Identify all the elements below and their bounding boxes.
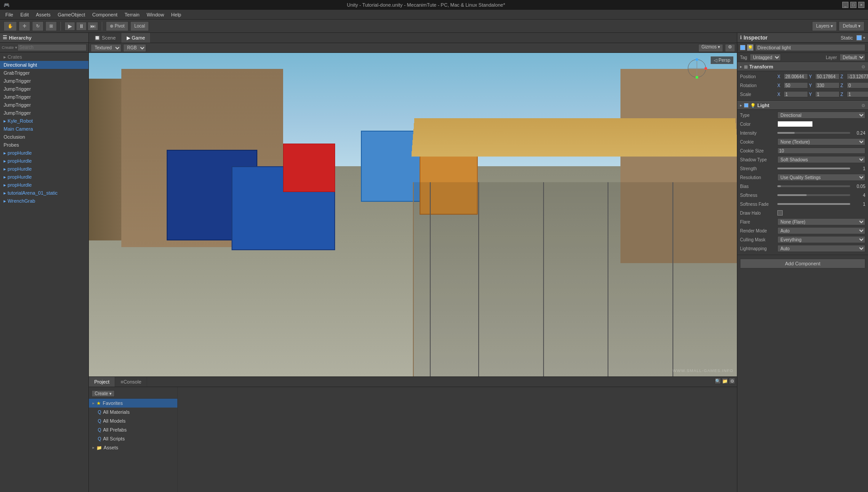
hier-prop-hurdle-4[interactable]: ▸ propHurdle	[0, 173, 88, 181]
proj-all-scripts[interactable]: Q All Scripts	[89, 434, 177, 443]
obj-enabled-checkbox[interactable]	[740, 45, 745, 50]
scale-z-input[interactable]	[847, 91, 868, 97]
transform-component-header[interactable]: ▸ ⊞ Transform ⚙	[737, 62, 868, 71]
minimize-btn[interactable]: _	[842, 2, 848, 8]
hier-jump-trigger-4[interactable]: JumpTrigger	[0, 101, 88, 109]
local-btn[interactable]: Local	[130, 21, 149, 31]
static-dropdown[interactable]: ▾	[863, 36, 865, 40]
persp-btn[interactable]: ◁ Persp	[711, 56, 733, 64]
light-cookie-select[interactable]: None (Texture)	[777, 138, 865, 145]
project-search-btn[interactable]: 🔍	[715, 378, 721, 384]
gizmos-btn[interactable]: Gizmos ▾	[698, 44, 723, 52]
tab-game[interactable]: ▶ Game	[121, 33, 151, 43]
hier-jump-trigger-5[interactable]: JumpTrigger	[0, 109, 88, 117]
menu-assets[interactable]: Assets	[32, 11, 54, 18]
menu-gameobject[interactable]: GameObject	[54, 11, 89, 18]
light-settings-icon[interactable]: ⚙	[861, 103, 865, 108]
hier-jump-trigger-2[interactable]: JumpTrigger	[0, 85, 88, 93]
proj-all-models[interactable]: Q All Models	[89, 416, 177, 425]
resolution-select[interactable]: Use Quality Settings	[777, 174, 865, 181]
scale-x-input[interactable]	[784, 91, 808, 97]
light-enabled-checkbox[interactable]	[744, 103, 748, 108]
pivot-btn[interactable]: ⊕ Pivot	[106, 21, 128, 31]
menu-help[interactable]: Help	[168, 11, 185, 18]
menu-component[interactable]: Component	[88, 11, 121, 18]
hier-kyle-robot[interactable]: ▸ Kyle_Robot	[0, 117, 88, 125]
hierarchy-create[interactable]: Create ▾	[2, 45, 17, 50]
proj-assets[interactable]: ▸ 📁 Assets	[89, 443, 177, 452]
hier-prop-hurdle-5[interactable]: ▸ propHurdle	[0, 181, 88, 189]
project-settings-btn[interactable]: ⚙	[729, 378, 735, 384]
tab-console[interactable]: ≡ Console	[115, 377, 147, 387]
tab-project[interactable]: Project	[89, 377, 115, 387]
rot-x-input[interactable]	[784, 82, 808, 88]
layer-select[interactable]: Default	[840, 54, 865, 61]
viewport[interactable]: ◁ Persp WWW.SMALL-GAMES.INFO	[89, 53, 737, 376]
scale-y-input[interactable]	[815, 91, 840, 97]
hier-grab-trigger-1[interactable]: GrabTrigger	[0, 69, 88, 77]
pos-y-input[interactable]	[815, 73, 840, 80]
hier-jump-trigger-1[interactable]: JumpTrigger	[0, 77, 88, 85]
hierarchy-search[interactable]	[17, 44, 87, 51]
proj-all-prefabs[interactable]: Q All Prefabs	[89, 425, 177, 434]
default-btn[interactable]: Default ▾	[839, 21, 864, 31]
step-btn[interactable]: ⏭	[88, 22, 98, 31]
pause-btn[interactable]: ⏸	[76, 22, 87, 31]
proj-favorites[interactable]: ▸ ★ Favorites	[89, 399, 177, 408]
hier-prop-hurdle-1[interactable]: ▸ propHurdle	[0, 149, 88, 157]
create-btn[interactable]: Create ▾	[92, 390, 115, 397]
rotate-tool[interactable]: ↻	[32, 21, 44, 31]
rot-z-input[interactable]	[847, 82, 868, 88]
draw-halo-checkbox[interactable]	[777, 210, 783, 216]
hier-directional-light[interactable]: Directional light	[0, 61, 88, 69]
hier-occlusion[interactable]: Occlusion	[0, 133, 88, 141]
static-checkbox[interactable]	[856, 35, 862, 40]
light-color-picker[interactable]	[777, 121, 813, 127]
obj-name-input[interactable]	[755, 44, 865, 51]
play-btn[interactable]: ▶	[64, 22, 75, 31]
hier-main-camera[interactable]: Main Camera	[0, 125, 88, 133]
cookie-size-input[interactable]	[777, 148, 865, 154]
hier-wrench-grab[interactable]: ▸ WrenchGrab	[0, 197, 88, 205]
transform-settings-icon[interactable]: ⚙	[861, 64, 865, 69]
menu-edit[interactable]: Edit	[17, 11, 32, 18]
scale-tool[interactable]: ⊞	[45, 21, 57, 31]
menu-window[interactable]: Window	[143, 11, 168, 18]
project-folder-btn[interactable]: 📁	[722, 378, 728, 384]
hier-jump-trigger-3[interactable]: JumpTrigger	[0, 93, 88, 101]
tab-scene[interactable]: 🔲 Scene	[89, 33, 121, 43]
rot-y-input[interactable]	[815, 82, 840, 88]
layers-btn[interactable]: Layers ▾	[812, 21, 837, 31]
scene-settings[interactable]: ⚙	[725, 44, 735, 52]
channel-select[interactable]: RGB	[123, 44, 146, 52]
add-component-btn[interactable]: Add Component	[740, 259, 865, 268]
render-mode-select[interactable]: Textured	[91, 44, 121, 52]
static-checkbox-wrapper[interactable]: ▾	[856, 35, 865, 40]
hier-probes[interactable]: Probes	[0, 141, 88, 149]
light-type-select[interactable]: Directional	[777, 112, 865, 119]
menu-terrain[interactable]: Terrain	[121, 11, 143, 18]
softness-fade-track[interactable]	[777, 203, 850, 205]
culling-mask-select[interactable]: Everything	[777, 236, 865, 243]
close-btn[interactable]: ×	[858, 2, 864, 8]
intensity-track[interactable]	[777, 132, 850, 134]
light-component-header[interactable]: ▸ 💡 Light ⚙	[737, 101, 868, 110]
window-controls[interactable]: _ □ ×	[842, 2, 864, 8]
hand-tool[interactable]: ✋	[4, 21, 17, 31]
hier-prop-hurdle-2[interactable]: ▸ propHurdle	[0, 157, 88, 165]
pos-z-input[interactable]	[847, 73, 868, 80]
move-tool[interactable]: ✛	[19, 21, 30, 31]
bias-track[interactable]	[777, 185, 850, 187]
render-mode-select-insp[interactable]: Auto	[777, 227, 865, 234]
hier-prop-hurdle-3[interactable]: ▸ propHurdle	[0, 165, 88, 173]
pos-x-input[interactable]	[784, 73, 808, 80]
maximize-btn[interactable]: □	[850, 2, 856, 8]
lightmapping-select[interactable]: Auto	[777, 245, 865, 252]
flare-select[interactable]: None (Flare)	[777, 218, 865, 225]
strength-track[interactable]	[777, 168, 850, 169]
proj-all-materials[interactable]: Q All Materials	[89, 408, 177, 416]
hier-tutorial-arena[interactable]: ▸ tutorialArena_01_static	[0, 189, 88, 197]
softness-track[interactable]	[777, 194, 850, 196]
shadow-type-select[interactable]: Soft Shadows	[777, 156, 865, 163]
tag-select[interactable]: Untagged	[750, 54, 781, 61]
